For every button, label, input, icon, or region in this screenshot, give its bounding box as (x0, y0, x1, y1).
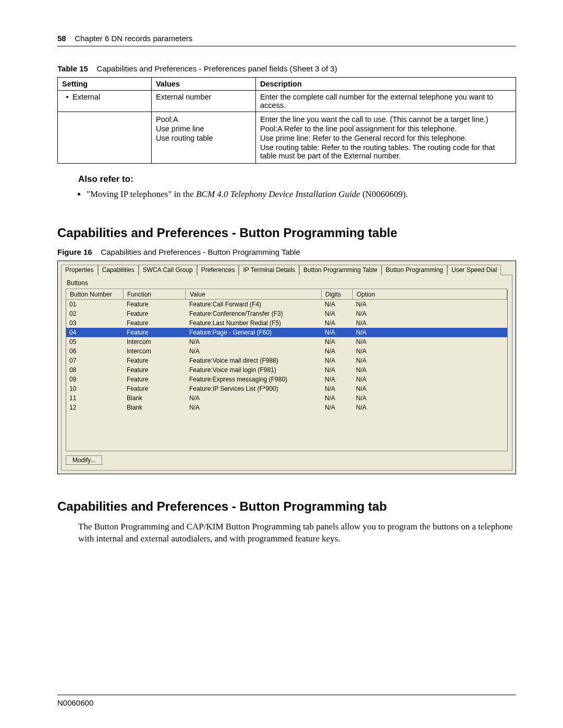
tab-preferences[interactable]: Preferences (197, 265, 239, 275)
grid-body[interactable]: 01FeatureFeature:Call Forward (F4)N/AN/A… (66, 300, 507, 451)
grid-cell: N/A (353, 375, 507, 384)
grid-cell: N/A (353, 365, 507, 375)
footer-doc-id: N0060600 (57, 698, 516, 707)
grid-cell: N/A (322, 393, 353, 403)
tab-user-speed-dial[interactable]: User Speed Dial (447, 265, 501, 275)
grid-cell: Feature:Call Forward (F4) (186, 300, 322, 309)
table15-r2-values: Pool:A Use prime line Use routing table (152, 112, 256, 164)
table-row[interactable]: 04FeatureFeature:Page - General (F60)N/A… (66, 328, 507, 337)
table-row[interactable]: 06IntercomN/AN/AN/A (66, 347, 507, 356)
tab-button-programming[interactable]: Button Programming (382, 265, 447, 275)
table15-caption-text: Capabilities and Preferences - Preferenc… (97, 64, 337, 73)
grid-cell: Feature:IP Services List (F*900) (186, 384, 322, 393)
grid-cell: N/A (322, 384, 353, 393)
grid-cell: 11 (66, 393, 124, 403)
grid-cell: Intercom (124, 337, 186, 347)
table-row[interactable]: 01FeatureFeature:Call Forward (F4)N/AN/A (66, 300, 507, 309)
table-row[interactable]: 07FeatureFeature:Voice mail direct (F988… (66, 356, 507, 365)
tab-swca-call-group[interactable]: SWCA Call Group (139, 265, 197, 275)
grid-cell: Blank (124, 403, 186, 412)
grid-cell: Feature:Voice mail login (F981) (186, 365, 322, 375)
grid-cell: Feature (124, 300, 186, 309)
table-row[interactable]: 09FeatureFeature:Express messaging (F980… (66, 375, 507, 384)
chapter-title: Chapter 6 DN records parameters (75, 34, 192, 43)
grid-header-row: Button NumberFunctionValueDigitsOption (66, 289, 507, 300)
grid-cell: N/A (322, 365, 353, 375)
grid-cell: N/A (353, 309, 507, 318)
grid-cell: Feature:Voice mail direct (F988) (186, 356, 322, 365)
button-grid[interactable]: Button NumberFunctionValueDigitsOption 0… (66, 289, 508, 451)
grid-cell: Feature (124, 309, 186, 318)
grid-cell: 06 (66, 347, 124, 356)
table15-r1-desc: Enter the complete call number for the e… (256, 91, 516, 112)
grid-cell: N/A (353, 328, 507, 337)
header-rule (57, 46, 516, 46)
grid-header-option[interactable]: Option (353, 289, 507, 300)
grid-cell: 03 (66, 318, 124, 328)
grid-cell: N/A (322, 347, 353, 356)
table-row[interactable]: 08FeatureFeature:Voice mail login (F981)… (66, 365, 507, 375)
grid-cell: N/A (322, 375, 353, 384)
grid-cell: N/A (322, 309, 353, 318)
grid-cell: Intercom (124, 347, 186, 356)
grid-cell: Feature (124, 365, 186, 375)
table-row[interactable]: 05IntercomN/AN/AN/A (66, 337, 507, 347)
tab-properties[interactable]: Properties (61, 265, 98, 275)
also-refer-heading: Also refer to: (78, 174, 516, 184)
tab-ip-terminal-details[interactable]: IP Terminal Details (239, 265, 299, 275)
modify-button[interactable]: Modify... (66, 455, 102, 465)
grid-cell: N/A (186, 337, 322, 347)
grid-cell: Feature:Page - General (F60) (186, 328, 322, 337)
tab-button-programming-table[interactable]: Button Programming Table (299, 265, 382, 275)
tab-capabilities[interactable]: Capabilities (98, 265, 139, 275)
grid-cell: Feature:Conference/Transfer (F3) (186, 309, 322, 318)
grid-cell: N/A (353, 347, 507, 356)
grid-cell: Feature (124, 328, 186, 337)
grid-cell: N/A (186, 403, 322, 412)
grid-cell: N/A (353, 393, 507, 403)
footer-rule (57, 695, 516, 695)
table15-caption-label: Table 15 (57, 64, 88, 73)
grid-header-button-number[interactable]: Button Number (66, 289, 124, 300)
table15-r1-setting: •External (58, 91, 152, 112)
table15-caption: Table 15 Capabilities and Preferences - … (57, 64, 516, 73)
grid-cell: N/A (353, 337, 507, 347)
grid-cell: N/A (322, 328, 353, 337)
figure16-caption-text: Capabilities and Preferences - Button Pr… (101, 248, 300, 256)
grid-cell: N/A (322, 318, 353, 328)
table-row[interactable]: 10FeatureFeature:IP Services List (F*900… (66, 384, 507, 393)
figure16-frame: PropertiesCapabilitiesSWCA Call GroupPre… (57, 261, 516, 474)
table15-col-values: Values (152, 78, 256, 91)
grid-cell: 09 (66, 375, 124, 384)
tab-bar: PropertiesCapabilitiesSWCA Call GroupPre… (61, 264, 512, 275)
grid-cell: Feature (124, 384, 186, 393)
grid-cell: N/A (322, 403, 353, 412)
table-row[interactable]: 11BlankN/AN/AN/A (66, 393, 507, 403)
table-row[interactable]: 02FeatureFeature:Conference/Transfer (F3… (66, 309, 507, 318)
page-number: 58 (57, 34, 66, 43)
section2-body: The Button Programming and CAP/KIM Butto… (78, 521, 516, 545)
page-footer: N0060600 (57, 695, 516, 707)
table-row[interactable]: 12BlankN/AN/AN/A (66, 403, 507, 412)
grid-cell: Feature (124, 356, 186, 365)
table15-col-description: Description (256, 78, 516, 91)
grid-cell: 08 (66, 365, 124, 375)
grid-header-function[interactable]: Function (124, 289, 186, 300)
section2-title: Capabilities and Preferences - Button Pr… (57, 499, 516, 514)
table15-col-setting: Setting (58, 78, 152, 91)
grid-header-digits[interactable]: Digits (322, 289, 353, 300)
grid-header-value[interactable]: Value (186, 289, 322, 300)
page: 58 Chapter 6 DN records parameters Table… (0, 0, 563, 728)
grid-cell: N/A (353, 384, 507, 393)
grid-cell: 01 (66, 300, 124, 309)
figure16-caption-label: Figure 16 (57, 248, 92, 256)
running-header: 58 Chapter 6 DN records parameters (57, 34, 516, 43)
grid-cell: 07 (66, 356, 124, 365)
grid-cell: Feature (124, 375, 186, 384)
table-row[interactable]: 03FeatureFeature:Last Number Redial (F5)… (66, 318, 507, 328)
also-refer-list: "Moving IP telephones" in the BCM 4.0 Te… (78, 189, 516, 201)
grid-cell: Feature:Express messaging (F980) (186, 375, 322, 384)
grid-cell: N/A (186, 347, 322, 356)
grid-cell: Feature:Last Number Redial (F5) (186, 318, 322, 328)
grid-cell: N/A (353, 318, 507, 328)
